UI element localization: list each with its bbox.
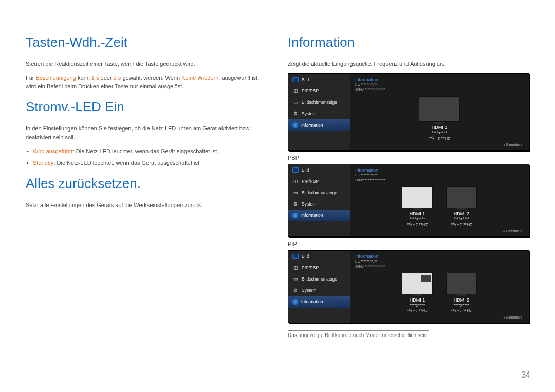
osd-menu-item-pippbp: ◫PIP/PBP <box>288 262 350 273</box>
footnote: Das angezeigte Bild kann je nach Modell … <box>288 330 429 338</box>
osd-footer: Beenden <box>355 228 524 234</box>
monitor-freq: **kHz **Hz <box>402 308 433 314</box>
back-icon <box>502 142 506 147</box>
left-column: Tasten-Wdh.-Zeit Steuert die Reaktionsze… <box>26 25 267 339</box>
osd-title: Information <box>355 254 524 259</box>
monitor-label: HDMI 2 <box>446 297 477 303</box>
screen-icon <box>292 77 299 82</box>
osd-header: Information LU********/** S/N:**********… <box>355 167 524 183</box>
list-item: Standby: Die Netz-LED leuchtet, wenn das… <box>26 159 267 167</box>
monitor-label: HDMI 2 <box>446 211 477 216</box>
monitor-res: ****x**** <box>446 303 477 308</box>
osd-title: Information <box>355 77 524 82</box>
pip-icon: ◫ <box>292 265 299 270</box>
pip-icon: ◫ <box>292 88 299 94</box>
body-text: Für Beschleunigung kann 1 s oder 2 s gew… <box>26 73 267 91</box>
osd-serial: S/N:************** <box>355 264 524 269</box>
osd-content: Information LU********/** S/N:**********… <box>350 164 529 236</box>
monitor-freq: **kHz **Hz <box>419 136 460 141</box>
monitor-block: HDMI 2 ****x**** **kHz **Hz <box>446 273 477 314</box>
osd-menu-item-pippbp: ◫PIP/PBP <box>288 176 350 187</box>
osd-panel-pbp: Bild ◫PIP/PBP ▭Bildschirmanzeige ⚙System… <box>288 164 529 237</box>
gear-icon: ⚙ <box>292 201 299 207</box>
monitor-freq: **kHz **Hz <box>446 222 477 228</box>
monitor-row: HDMI 1 ****x**** **kHz **Hz HDMI 2 ****x… <box>355 186 524 228</box>
osd-header: Information LU********/** S/N:**********… <box>355 254 524 270</box>
monitor-label: HDMI 1 <box>402 297 433 303</box>
body-text: Steuert die Reaktionszeit einer Taste, w… <box>26 60 267 68</box>
monitor-row: HDMI 1 ****x**** **kHz **Hz <box>355 96 524 141</box>
divider <box>26 25 267 25</box>
bullet-list: Wird ausgeführt: Die Netz-LED leuchtet, … <box>26 147 267 167</box>
osd-model: LU********/** <box>355 82 524 87</box>
monitor-freq: **kHz **Hz <box>446 308 477 314</box>
monitor-res: ****x**** <box>402 303 433 308</box>
highlight: Wird ausgeführt <box>33 148 73 154</box>
osd-menu-item-bildschirm: ▭Bildschirmanzeige <box>288 97 350 108</box>
back-icon <box>502 315 506 320</box>
page-number: 34 <box>521 370 530 380</box>
monitor-block: HDMI 1 ****x**** **kHz **Hz <box>419 96 460 141</box>
display-icon: ▭ <box>292 276 299 282</box>
info-icon: i <box>292 122 298 128</box>
divider <box>288 25 529 25</box>
osd-menu-item-bildschirm: ▭Bildschirmanzeige <box>288 273 350 285</box>
section-heading-tasten: Tasten-Wdh.-Zeit <box>26 34 267 50</box>
monitor-icon <box>402 273 433 294</box>
highlight: Beschleunigung <box>36 74 76 81</box>
right-column: Information Zeigt die aktuelle Eingangsq… <box>288 25 529 339</box>
osd-serial: S/N:************** <box>355 87 524 92</box>
osd-menu-item-system: ⚙System <box>288 108 350 119</box>
osd-content: Information LU********/** S/N:**********… <box>350 74 529 150</box>
monitor-icon <box>446 186 477 208</box>
info-icon: i <box>292 299 298 305</box>
list-item: Wird ausgeführt: Die Netz-LED leuchtet, … <box>26 147 267 156</box>
section-heading-stromv: Stromv.-LED Ein <box>26 99 267 115</box>
section-heading-information: Information <box>288 34 529 50</box>
back-icon <box>502 229 506 233</box>
monitor-res: ****x**** <box>446 216 477 222</box>
body-text: Setzt alle Einstellungen des Geräts auf … <box>26 201 267 210</box>
osd-footer: Beenden <box>355 314 524 321</box>
body-text: Zeigt die aktuelle Eingangsquelle, Frequ… <box>288 60 529 68</box>
highlight: 2 s <box>114 74 121 81</box>
osd-menu-item-bildschirm: ▭Bildschirmanzeige <box>288 187 350 198</box>
monitor-label: HDMI 1 <box>419 125 460 130</box>
osd-model: LU********/** <box>355 173 524 178</box>
monitor-icon <box>446 273 477 294</box>
osd-panel-single: Bild ◫PIP/PBP ▭Bildschirmanzeige ⚙System… <box>288 73 529 151</box>
monitor-res: ****x**** <box>402 216 433 222</box>
highlight: Standby <box>33 160 53 166</box>
osd-menu: Bild ◫PIP/PBP ▭Bildschirmanzeige ⚙System… <box>288 251 350 323</box>
body-text: In den Einstellungen können Sie festlege… <box>26 124 267 142</box>
section-heading-reset: Alles zurücksetzen. <box>26 176 267 192</box>
osd-menu-item-pippbp: ◫PIP/PBP <box>288 85 350 97</box>
screen-icon <box>292 167 299 173</box>
monitor-block: HDMI 1 ****x**** **kHz **Hz <box>402 186 433 228</box>
osd-footer: Beenden <box>355 141 524 148</box>
monitor-icon <box>419 96 460 122</box>
osd-menu-item-system: ⚙System <box>288 198 350 210</box>
highlight: 1 s <box>91 74 99 81</box>
osd-menu-item-bild: Bild <box>288 74 350 85</box>
pip-label: PIP <box>288 241 529 247</box>
gear-icon: ⚙ <box>292 111 299 116</box>
pip-icon: ◫ <box>292 179 299 184</box>
display-icon: ▭ <box>292 190 299 195</box>
monitor-row: HDMI 1 ****x**** **kHz **Hz HDMI 2 ****x… <box>355 273 524 314</box>
monitor-icon <box>402 186 433 208</box>
pbp-label: PBP <box>288 155 529 161</box>
osd-serial: S/N:************** <box>355 178 524 183</box>
osd-menu-item-system: ⚙System <box>288 285 350 296</box>
osd-model: LU********/** <box>355 259 524 264</box>
monitor-block: HDMI 2 ****x**** **kHz **Hz <box>446 186 477 228</box>
info-icon: i <box>292 213 298 218</box>
highlight: Keine Wiederh. <box>181 74 220 81</box>
osd-panel-pip: Bild ◫PIP/PBP ▭Bildschirmanzeige ⚙System… <box>288 250 529 323</box>
osd-menu-item-bild: Bild <box>288 251 350 262</box>
screen-icon <box>292 254 299 259</box>
gear-icon: ⚙ <box>292 288 299 293</box>
osd-menu-item-bild: Bild <box>288 164 350 176</box>
osd-menu: Bild ◫PIP/PBP ▭Bildschirmanzeige ⚙System… <box>288 74 350 150</box>
display-icon: ▭ <box>292 100 299 105</box>
